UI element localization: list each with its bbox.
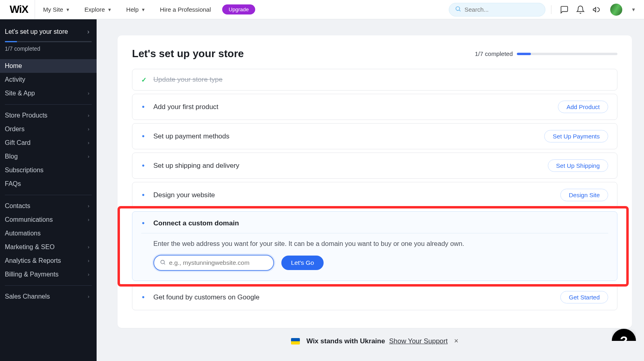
sidebar: Let's set up your store › 1/7 completed … <box>0 19 97 361</box>
upgrade-button[interactable]: Upgrade <box>222 4 255 14</box>
nav-label: Help <box>126 6 139 13</box>
design-site-button[interactable]: Design Site <box>560 189 608 201</box>
chevron-right-icon: › <box>88 154 89 159</box>
ukraine-flag-icon <box>291 338 300 344</box>
sidebar-item-marketing-seo[interactable]: Marketing & SEO› <box>0 240 97 254</box>
divider <box>5 285 92 286</box>
sidebar-item-label: Automations <box>5 230 41 237</box>
sidebar-item-billing-payments[interactable]: Billing & Payments› <box>0 268 97 281</box>
step-design-website[interactable]: • Design your website Design Site <box>132 182 617 208</box>
ukraine-text: Wix stands with Ukraine <box>306 337 385 345</box>
lets-go-button[interactable]: Let's Go <box>281 256 324 270</box>
card-progress-bar <box>517 53 617 55</box>
sidebar-item-label: Marketing & SEO <box>5 243 55 251</box>
step-label: Connect a custom domain <box>153 219 608 227</box>
step-add-first-product[interactable]: • Add your first product Add Product <box>132 94 617 120</box>
setup-payments-button[interactable]: Set Up Payments <box>544 130 608 142</box>
ukraine-banner: Wix stands with Ukraine Show Your Suppor… <box>118 328 632 345</box>
nav-help[interactable]: Help ▼ <box>120 0 152 19</box>
sidebar-setup-header[interactable]: Let's set up your store › <box>0 26 97 39</box>
global-search[interactable] <box>449 3 545 17</box>
chevron-right-icon: › <box>88 91 89 96</box>
chevron-down-icon: ▼ <box>66 7 70 12</box>
sidebar-item-label: FAQs <box>5 180 21 188</box>
main-content: Let's set up your store 1/7 completed ✓ … <box>97 19 644 361</box>
nav-explore[interactable]: Explore ▼ <box>78 0 118 19</box>
sidebar-item-activity[interactable]: Activity <box>0 73 97 87</box>
sidebar-item-subscriptions[interactable]: Subscriptions <box>0 163 97 177</box>
divider <box>5 104 92 105</box>
search-input[interactable] <box>464 6 539 13</box>
add-product-button[interactable]: Add Product <box>558 101 608 113</box>
step-setup-payments[interactable]: • Set up payment methods Set Up Payments <box>132 123 617 149</box>
account-menu-chevron[interactable]: ▼ <box>626 2 641 17</box>
bullet-icon: • <box>141 191 145 199</box>
chat-icon[interactable] <box>557 2 572 17</box>
domain-input[interactable] <box>169 259 268 266</box>
step-get-found-google[interactable]: • Get found by customers on Google Get S… <box>132 284 617 310</box>
svg-line-3 <box>164 263 165 264</box>
sidebar-item-label: Activity <box>5 76 25 83</box>
search-icon <box>455 6 461 14</box>
sidebar-item-orders[interactable]: Orders› <box>0 122 97 136</box>
domain-input-wrapper[interactable] <box>153 255 274 271</box>
bullet-icon: • <box>141 161 145 170</box>
bell-icon[interactable] <box>573 2 588 17</box>
sidebar-item-home[interactable]: Home <box>0 59 97 73</box>
sidebar-item-label: Billing & Payments <box>5 271 58 278</box>
chevron-right-icon: › <box>88 140 89 146</box>
ukraine-link[interactable]: Show Your Support <box>389 337 448 345</box>
card-progress: 1/7 completed <box>475 50 617 57</box>
sidebar-item-blog[interactable]: Blog› <box>0 150 97 163</box>
step-label: Add your first product <box>153 103 550 111</box>
sidebar-item-analytics-reports[interactable]: Analytics & Reports› <box>0 254 97 268</box>
bullet-icon: • <box>141 103 145 111</box>
sidebar-progress-text: 1/7 completed <box>0 45 97 58</box>
sidebar-item-gift-card[interactable]: Gift Card› <box>0 136 97 150</box>
chevron-right-icon: › <box>88 244 89 250</box>
card-progress-text: 1/7 completed <box>475 50 513 57</box>
nav-hire-pro[interactable]: Hire a Professional <box>153 0 217 19</box>
step-description: Enter the web address you want for your … <box>141 233 608 255</box>
svg-point-2 <box>161 260 165 264</box>
wix-logo[interactable]: WiX <box>3 0 35 19</box>
nav-label: Hire a Professional <box>160 6 211 13</box>
divider <box>5 195 92 195</box>
chevron-down-icon: ▼ <box>107 7 112 12</box>
step-setup-shipping[interactable]: • Set up shipping and delivery Set Up Sh… <box>132 153 617 179</box>
sidebar-item-communications[interactable]: Communications› <box>0 213 97 227</box>
search-icon <box>160 259 166 267</box>
sidebar-item-faqs[interactable]: FAQs <box>0 177 97 191</box>
card-title: Let's set up your store <box>132 47 244 60</box>
chevron-down-icon: ▼ <box>141 7 145 12</box>
chevron-right-icon: › <box>88 258 89 264</box>
step-label: Set up shipping and delivery <box>153 162 540 170</box>
bullet-icon: • <box>141 132 145 140</box>
step-label: Get found by customers on Google <box>153 293 552 301</box>
step-update-store-type[interactable]: ✓ Update your store type <box>132 69 617 91</box>
chevron-right-icon: › <box>88 272 89 277</box>
sidebar-item-sales-channels[interactable]: Sales Channels› <box>0 290 97 303</box>
sidebar-item-contacts[interactable]: Contacts› <box>0 199 97 213</box>
nav-label: Explore <box>85 6 105 13</box>
step-label: Update your store type <box>153 76 608 84</box>
avatar[interactable] <box>610 4 622 16</box>
sidebar-item-label: Blog <box>5 153 18 160</box>
megaphone-icon[interactable] <box>589 2 604 17</box>
sidebar-progress-bar <box>5 41 92 42</box>
bullet-icon: • <box>141 219 145 227</box>
site-selector[interactable]: My Site ▼ <box>37 0 76 19</box>
sidebar-item-automations[interactable]: Automations <box>0 227 97 240</box>
chevron-right-icon: › <box>88 203 89 209</box>
close-icon[interactable]: × <box>454 337 458 345</box>
divider <box>551 5 551 14</box>
site-selector-label: My Site <box>43 6 63 13</box>
chevron-down-icon: ▼ <box>631 7 636 12</box>
setup-shipping-button[interactable]: Set Up Shipping <box>548 159 608 172</box>
sidebar-item-store-products[interactable]: Store Products› <box>0 109 97 122</box>
sidebar-item-label: Subscriptions <box>5 167 43 174</box>
top-header: WiX My Site ▼ Explore ▼ Help ▼ Hire a Pr… <box>0 0 644 19</box>
get-started-button[interactable]: Get Started <box>560 291 608 303</box>
sidebar-item-label: Analytics & Reports <box>5 257 61 264</box>
sidebar-item-site-app[interactable]: Site & App › <box>0 87 97 100</box>
